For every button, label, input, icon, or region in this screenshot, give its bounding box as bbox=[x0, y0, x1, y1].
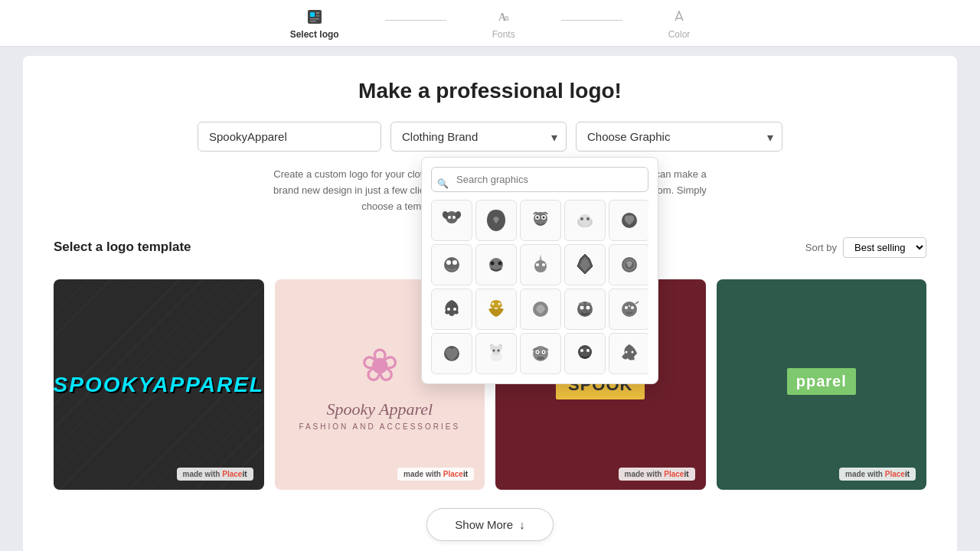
nav-step-color[interactable]: Color bbox=[668, 8, 691, 40]
sort-select[interactable]: Best selling bbox=[843, 237, 926, 258]
svg-point-37 bbox=[447, 308, 450, 311]
graphic-item[interactable] bbox=[609, 200, 648, 241]
svg-point-44 bbox=[586, 306, 590, 310]
graphic-item[interactable] bbox=[609, 333, 648, 374]
show-more-label: Show More bbox=[455, 518, 513, 531]
graphic-dropdown-wrapper: Choose Graphic bbox=[576, 122, 782, 152]
svg-point-32 bbox=[542, 263, 545, 266]
category-dropdown-wrapper: Clothing Brand bbox=[390, 122, 567, 152]
svg-rect-4 bbox=[310, 18, 319, 20]
select-logo-label: Select logo bbox=[290, 29, 339, 40]
card2-title: Spooky Apparel bbox=[326, 399, 433, 419]
placeit-brand-2: Place bbox=[443, 470, 463, 478]
watermark-3: made with Placeit bbox=[619, 468, 695, 481]
graphic-item[interactable] bbox=[475, 200, 517, 241]
show-more-wrapper: Show More ↓ bbox=[54, 508, 926, 541]
svg-point-47 bbox=[631, 306, 634, 309]
graphic-item[interactable] bbox=[609, 244, 648, 285]
floral-icon: ❀ bbox=[361, 338, 399, 392]
fonts-label: Fonts bbox=[492, 29, 515, 40]
placeit-brand-4: Place bbox=[885, 470, 905, 478]
svg-point-55 bbox=[498, 350, 500, 352]
svg-point-64 bbox=[580, 349, 583, 352]
card-inner-4: pparel bbox=[717, 279, 927, 490]
nav-step-fonts[interactable]: A a Fonts bbox=[492, 8, 515, 40]
svg-rect-5 bbox=[310, 21, 316, 22]
graphic-item[interactable] bbox=[520, 333, 561, 374]
svg-point-28 bbox=[491, 262, 495, 266]
main-content: Make a professional logo! Clothing Brand… bbox=[23, 56, 957, 551]
brand-name-input[interactable] bbox=[198, 122, 381, 152]
svg-point-20 bbox=[579, 214, 591, 227]
show-more-button[interactable]: Show More ↓ bbox=[426, 508, 553, 541]
svg-point-60 bbox=[543, 351, 544, 353]
graphic-item[interactable] bbox=[520, 200, 561, 241]
svg-point-14 bbox=[534, 212, 547, 226]
graphic-item[interactable] bbox=[475, 333, 517, 374]
svg-point-65 bbox=[586, 349, 590, 352]
graphic-item[interactable] bbox=[564, 200, 606, 241]
card2-sub: FASHION AND ACCESSORIES bbox=[299, 422, 460, 431]
svg-point-39 bbox=[492, 303, 495, 305]
svg-point-40 bbox=[498, 303, 501, 305]
svg-point-18 bbox=[543, 217, 545, 219]
sort-label: Sort by bbox=[805, 242, 837, 253]
graphic-item[interactable] bbox=[520, 244, 561, 285]
graphic-item[interactable] bbox=[520, 289, 561, 330]
category-dropdown[interactable]: Clothing Brand bbox=[390, 122, 567, 152]
graphics-search-input[interactable] bbox=[431, 167, 648, 192]
svg-point-13 bbox=[452, 216, 456, 219]
nav-step-select-logo[interactable]: Select logo bbox=[290, 8, 339, 40]
graphic-item[interactable] bbox=[564, 244, 606, 285]
template-card-1[interactable]: SPOOKYAPPAREL made with Placeit bbox=[54, 279, 264, 490]
graphic-item[interactable] bbox=[431, 200, 472, 241]
svg-point-54 bbox=[493, 350, 495, 352]
template-card-4[interactable]: pparel made with Placeit bbox=[717, 279, 927, 490]
controls-row: Clothing Brand Choose Graphic bbox=[54, 122, 926, 152]
svg-rect-2 bbox=[316, 12, 319, 14]
top-nav: Select logo A a Fonts Color bbox=[0, 0, 980, 47]
svg-point-25 bbox=[446, 260, 451, 265]
graphic-item[interactable] bbox=[431, 289, 472, 330]
svg-point-21 bbox=[580, 217, 583, 220]
svg-point-26 bbox=[452, 260, 457, 265]
select-logo-icon bbox=[305, 8, 324, 26]
svg-rect-1 bbox=[310, 12, 315, 17]
svg-point-66 bbox=[626, 351, 628, 354]
svg-point-12 bbox=[448, 216, 451, 219]
svg-point-43 bbox=[580, 306, 584, 310]
color-label: Color bbox=[668, 29, 691, 40]
watermark-1: made with Placeit bbox=[177, 468, 253, 481]
svg-point-17 bbox=[537, 217, 539, 219]
svg-point-29 bbox=[498, 262, 502, 266]
graphic-item[interactable] bbox=[431, 244, 472, 285]
svg-point-63 bbox=[580, 347, 590, 357]
svg-point-30 bbox=[534, 260, 547, 272]
graphic-dropdown[interactable]: Choose Graphic bbox=[576, 122, 782, 152]
fonts-icon: A a bbox=[495, 8, 513, 26]
graphic-item[interactable] bbox=[564, 289, 606, 330]
svg-point-59 bbox=[537, 351, 538, 353]
graphic-item[interactable] bbox=[564, 333, 606, 374]
page-title: Make a professional logo! bbox=[54, 79, 926, 103]
svg-rect-3 bbox=[316, 15, 319, 17]
svg-point-61 bbox=[537, 357, 544, 360]
sort-row: Sort by Best selling bbox=[805, 237, 926, 258]
graphics-grid bbox=[431, 200, 648, 374]
svg-point-67 bbox=[632, 351, 634, 354]
card4-badge: pparel bbox=[787, 368, 856, 395]
color-icon bbox=[670, 8, 688, 26]
svg-point-45 bbox=[622, 302, 637, 317]
card1-brand-text: SPOOKYAPPAREL bbox=[54, 373, 264, 397]
graphic-item[interactable] bbox=[431, 333, 472, 374]
svg-point-31 bbox=[536, 263, 539, 266]
graphic-item[interactable] bbox=[609, 289, 648, 330]
graphic-item[interactable] bbox=[475, 244, 517, 285]
svg-text:a: a bbox=[505, 14, 509, 22]
svg-point-38 bbox=[453, 308, 456, 311]
nav-connector-1 bbox=[385, 20, 446, 21]
search-wrap bbox=[431, 167, 648, 200]
placeit-brand: Place bbox=[222, 470, 242, 478]
graphic-item[interactable] bbox=[475, 289, 517, 330]
svg-point-48 bbox=[629, 305, 630, 307]
